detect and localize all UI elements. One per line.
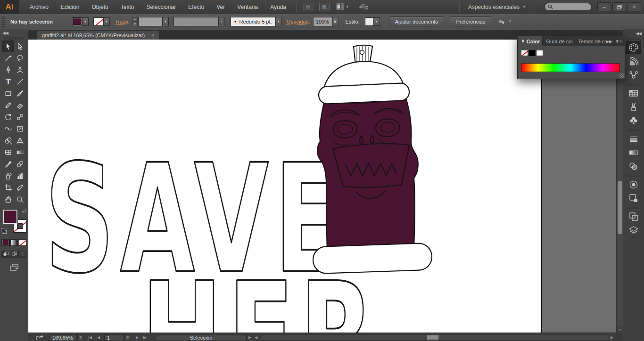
tab-color-guide[interactable]: Guía de col	[543, 36, 575, 46]
width-profile-dropdown[interactable]	[173, 17, 219, 26]
zoom-level-field[interactable]: 169,65%	[50, 334, 77, 341]
stroke-weight-stepper[interactable]: ▲▼	[132, 17, 138, 26]
close-button[interactable]: ×	[627, 2, 641, 11]
tab-color[interactable]: ⇕ Color	[518, 36, 543, 46]
next-artboard-icon[interactable]: ▶	[136, 334, 139, 341]
menu-ayuda[interactable]: Ayuda	[264, 0, 292, 14]
menu-texto[interactable]: Texto	[115, 0, 140, 14]
draw-behind-button[interactable]	[10, 251, 18, 258]
panel-grip[interactable]	[1, 16, 5, 27]
draw-inside-button[interactable]	[18, 251, 26, 258]
zoom-dropdown-icon[interactable]: ▼	[77, 334, 84, 341]
panel-grip[interactable]	[4, 37, 24, 40]
type-tool[interactable]: T	[2, 76, 14, 88]
artboard-dropdown-icon[interactable]: ▼	[124, 334, 131, 341]
appearance-panel-button[interactable]	[626, 178, 641, 191]
stroke-color-dropdown[interactable]: ▼	[93, 17, 110, 26]
tab-overflow-icon[interactable]: ▶▶	[606, 39, 612, 44]
artboard-tool[interactable]	[2, 182, 14, 194]
gradient-tool[interactable]	[14, 146, 26, 158]
scale-tool[interactable]	[14, 111, 26, 123]
menu-efecto[interactable]: Efecto	[182, 0, 210, 14]
lasso-tool[interactable]	[14, 52, 26, 64]
chevron-down-icon[interactable]: ▼	[276, 17, 282, 26]
cs-live-icon[interactable]	[358, 2, 368, 11]
panel-resize-grip[interactable]	[619, 73, 624, 78]
none-swatch[interactable]	[521, 50, 528, 56]
stroke-weight-field[interactable]	[138, 17, 163, 26]
horizontal-scrollbar[interactable]	[260, 334, 609, 341]
document-tab[interactable]: graffiti2.ai* al 169,65% (CMYK/Previsual…	[37, 30, 160, 40]
arrange-documents-button[interactable]: ▼	[336, 3, 349, 10]
vertical-scrollbar-thumb[interactable]	[618, 181, 622, 234]
column-graph-tool[interactable]	[14, 170, 26, 182]
shape-builder-tool[interactable]	[2, 135, 14, 146]
scroll-down-icon[interactable]: ▼	[617, 326, 623, 333]
scroll-left-icon[interactable]: ◀	[255, 334, 257, 341]
transparency-panel-button[interactable]	[626, 160, 641, 173]
bridge-button[interactable]: Br	[303, 3, 314, 11]
brush-definition-dropdown[interactable]: ● Redondo 5 pt.	[231, 17, 276, 26]
stroke-panel-button[interactable]	[626, 132, 641, 146]
search-input[interactable]	[555, 4, 588, 10]
symbol-sprayer-tool[interactable]	[2, 170, 14, 182]
search-box[interactable]	[545, 3, 592, 11]
free-transform-tool[interactable]	[14, 123, 26, 135]
hand-tool[interactable]	[2, 194, 14, 205]
previous-artboard-icon[interactable]: ◀	[97, 334, 100, 341]
fill-color-dropdown[interactable]: ▼	[72, 17, 89, 26]
style-dropdown[interactable]: ▼	[365, 17, 380, 26]
scroll-right-icon[interactable]: ▶	[611, 334, 613, 341]
symbols-panel-button[interactable]	[626, 114, 641, 127]
panel-grip[interactable]	[627, 175, 640, 177]
status-expand-icon[interactable]: ▶	[248, 334, 251, 341]
pathfinder-panel-button[interactable]	[626, 210, 641, 223]
gradient-button[interactable]	[10, 239, 18, 246]
pen-tool[interactable]	[2, 64, 14, 76]
blend-tool[interactable]	[14, 158, 26, 170]
color-guide-panel-button[interactable]	[626, 55, 641, 68]
screen-mode-button[interactable]	[0, 263, 28, 271]
color-spectrum-bar[interactable]	[521, 63, 620, 72]
minimize-button[interactable]: –	[597, 2, 611, 11]
selection-tool[interactable]	[2, 41, 14, 52]
opacity-field[interactable]: 100%	[313, 17, 333, 26]
panel-grip[interactable]	[627, 207, 640, 209]
spray-can-character[interactable]	[313, 45, 432, 274]
stroke-panel-link[interactable]: Trazo:	[115, 19, 130, 24]
swap-fill-stroke-icon[interactable]: ⤾	[22, 208, 26, 214]
app-logo[interactable]: Ai	[0, 0, 19, 14]
curvature-tool[interactable]	[14, 64, 26, 76]
eyedropper-tool[interactable]	[2, 158, 14, 170]
panel-menu-icon[interactable]: ▼≡	[615, 39, 622, 44]
brushes-panel-button[interactable]	[626, 100, 641, 114]
menu-ventana[interactable]: Ventana	[231, 0, 264, 14]
menu-edicion[interactable]: Edición	[55, 0, 85, 14]
paintbrush-tool[interactable]	[14, 88, 26, 99]
tab-color-themes[interactable]: Temas de c	[574, 36, 606, 46]
white-swatch[interactable]	[536, 50, 543, 56]
direct-selection-tool[interactable]	[14, 41, 26, 52]
gradient-panel-button[interactable]	[626, 146, 641, 159]
vertical-scrollbar[interactable]: ▼	[616, 40, 623, 333]
workspace-switcher[interactable]: Aspectos esenciales ▼	[463, 4, 531, 10]
chevron-down-icon[interactable]: ▼	[219, 17, 225, 26]
preferences-button[interactable]: Preferencias	[450, 16, 491, 26]
layers-panel-button[interactable]	[626, 224, 641, 237]
fill-indicator[interactable]	[3, 209, 18, 224]
none-button[interactable]	[19, 239, 26, 246]
pencil-tool[interactable]	[2, 99, 14, 111]
close-tab-icon[interactable]: ×	[151, 32, 154, 38]
rectangle-tool[interactable]	[2, 88, 14, 99]
opacity-panel-link[interactable]: Opacidad:	[287, 19, 310, 24]
share-icon[interactable]	[36, 334, 44, 341]
restore-button[interactable]	[612, 2, 626, 11]
menu-objeto[interactable]: Objeto	[85, 0, 114, 14]
width-tool[interactable]	[2, 123, 14, 135]
chevron-right-icon[interactable]: ▶	[333, 17, 339, 26]
color-panel-button[interactable]	[626, 41, 641, 54]
magic-wand-tool[interactable]	[2, 52, 14, 64]
expand-panels-icon[interactable]: ◀◀	[623, 29, 644, 36]
mesh-tool[interactable]	[2, 146, 14, 158]
slice-tool[interactable]	[14, 182, 26, 194]
